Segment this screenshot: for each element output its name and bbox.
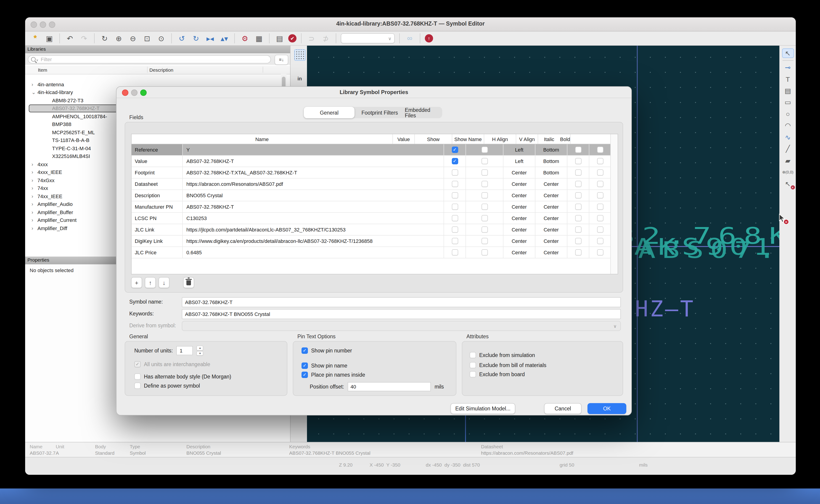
field-row[interactable]: DigiKey Link https://www.digikey.ca/en/p… [132, 236, 618, 247]
separator[interactable] [59, 33, 60, 43]
units-indicator[interactable]: in [292, 76, 307, 81]
tree-expand-icon[interactable]: ⌄ [32, 89, 37, 95]
fields-column-header[interactable]: Show [415, 134, 452, 144]
export-symbol-button[interactable]: ↑ [425, 34, 433, 42]
field-value[interactable]: https://abracon.com/Resonators/ABS07.pdf [183, 179, 444, 189]
erc-check-button[interactable]: ✔ [288, 34, 296, 42]
field-row[interactable]: Reference Y Left Bottom [132, 144, 618, 156]
italic-checkbox[interactable] [575, 169, 581, 176]
italic-checkbox[interactable] [575, 158, 581, 164]
field-h-align[interactable]: Center [504, 213, 536, 224]
bold-checkbox[interactable] [597, 169, 604, 176]
separator[interactable] [336, 33, 336, 43]
field-v-align[interactable]: Center [536, 213, 567, 224]
tree-expand-icon[interactable]: › [32, 170, 37, 175]
field-h-align[interactable]: Center [504, 201, 536, 212]
field-value[interactable]: https://jlcpcb.com/partdetail/AbraconLlc… [183, 224, 444, 235]
italic-checkbox[interactable] [575, 249, 581, 256]
delete-field-button[interactable] [183, 277, 194, 288]
fields-column-header[interactable]: Value [393, 134, 415, 144]
separator[interactable] [420, 33, 420, 43]
italic-checkbox[interactable] [575, 192, 581, 199]
field-value[interactable]: ABS07-32.768KHZ-T:XTAL_ABS07-32.768KHZ-T [183, 167, 444, 178]
field-h-align[interactable]: Center [504, 247, 536, 258]
checkbox-icon[interactable] [470, 371, 476, 378]
show-checkbox[interactable] [452, 238, 458, 244]
library-filter-input[interactable]: ∨ Filter [28, 55, 271, 63]
show-checkbox[interactable] [452, 147, 458, 153]
field-h-align[interactable]: Center [504, 190, 536, 201]
general-option[interactable]: Has alternate body style (De Morgan) [134, 372, 287, 381]
field-name[interactable]: Manufacturer PN [132, 201, 183, 212]
column-description[interactable]: Description [149, 67, 173, 73]
delete-tool-button[interactable]: ↖ [782, 179, 794, 189]
bold-checkbox[interactable] [597, 215, 604, 221]
field-value[interactable]: https://www.digikey.ca/en/products/detai… [183, 236, 444, 247]
field-row[interactable]: JLC Price 0.6485 Center Center [132, 247, 618, 258]
general-option[interactable]: All units are interchangeable [134, 360, 287, 369]
anchor-tool-button[interactable]: ⊕(0,0) [782, 167, 794, 177]
zoom-selection-button[interactable]: ⊙ [156, 33, 167, 43]
field-v-align[interactable]: Center [536, 236, 567, 247]
tree-expand-icon[interactable]: › [32, 226, 37, 231]
tree-expand-icon[interactable]: › [32, 218, 37, 223]
number-of-units-input[interactable]: 1 [176, 346, 193, 355]
tree-expand-icon[interactable]: › [32, 194, 37, 199]
field-name[interactable]: Value [132, 156, 183, 167]
pin-text-option[interactable]: Show pin name [301, 361, 456, 370]
attribute-option[interactable]: Exclude from board [470, 370, 623, 379]
show-name-checkbox[interactable] [481, 204, 488, 210]
field-name[interactable]: Description [132, 190, 183, 201]
show-checkbox[interactable] [452, 181, 458, 187]
show-name-checkbox[interactable] [481, 181, 488, 187]
tree-expand-icon[interactable]: › [32, 162, 37, 167]
ellipse-tool-button[interactable]: ○ [782, 109, 794, 119]
tree-expand-icon[interactable]: › [32, 210, 37, 215]
cancel-button[interactable]: Cancel [544, 403, 582, 414]
field-name[interactable]: LCSC PN [132, 213, 183, 224]
zoom-page-button[interactable]: ⊡ [142, 33, 153, 43]
field-row[interactable]: Manufacturer PN ABS07-32.768KHZ-T Center… [132, 201, 618, 213]
tree-expand-icon[interactable]: › [32, 202, 37, 207]
demorgan-alternate-button[interactable]: ⊅ [320, 33, 331, 43]
attribute-option[interactable]: Exclude from simulation [470, 351, 623, 360]
refresh-button[interactable]: ↻ [99, 33, 110, 43]
field-value[interactable]: BNO055 Crystal [183, 190, 444, 201]
checkbox-icon[interactable] [134, 373, 141, 380]
bold-checkbox[interactable] [597, 204, 604, 210]
separator[interactable] [782, 60, 793, 60]
mirror-vertical-button[interactable]: ▴▾ [219, 33, 230, 43]
field-h-align[interactable]: Center [504, 224, 536, 235]
rectangle-tool-button[interactable]: ▭ [782, 97, 794, 107]
sort-button[interactable]: ≡↓ [274, 55, 288, 65]
pin-text-option[interactable]: Place pin names inside [301, 370, 456, 379]
stepper-up-icon[interactable]: ▲ [197, 346, 203, 350]
tab[interactable]: Embedded Files [405, 107, 442, 118]
show-name-checkbox[interactable] [481, 238, 488, 244]
number-of-units-stepper[interactable]: ▲▼ [197, 346, 203, 356]
ok-button[interactable]: OK [588, 403, 626, 414]
stepper-down-icon[interactable]: ▼ [197, 351, 203, 356]
bold-checkbox[interactable] [597, 181, 604, 187]
tab[interactable]: General [304, 107, 354, 118]
field-v-align[interactable]: Center [536, 201, 567, 212]
bold-checkbox[interactable] [597, 238, 604, 244]
field-row[interactable]: Value ABS07-32.768KHZ-T Left Bottom [132, 156, 618, 167]
show-checkbox[interactable] [452, 215, 458, 221]
field-v-align[interactable]: Bottom [536, 156, 567, 167]
field-h-align[interactable]: Left [504, 144, 536, 155]
separator[interactable] [94, 33, 95, 43]
field-name[interactable]: Reference [132, 144, 183, 155]
textbox-tool-button[interactable]: ▤ [782, 86, 794, 95]
italic-checkbox[interactable] [575, 181, 581, 187]
field-v-align[interactable]: Center [536, 179, 567, 189]
field-v-align[interactable]: Bottom [536, 144, 567, 155]
show-checkbox[interactable] [452, 192, 458, 199]
checkbox-icon[interactable] [301, 347, 308, 354]
separator[interactable] [171, 33, 172, 43]
save-button[interactable]: ▣ [44, 33, 55, 43]
show-name-checkbox[interactable] [481, 226, 488, 233]
field-v-align[interactable]: Center [536, 247, 567, 258]
field-name[interactable]: Datasheet [132, 179, 183, 189]
pin-text-option[interactable]: Show pin number [301, 346, 456, 355]
